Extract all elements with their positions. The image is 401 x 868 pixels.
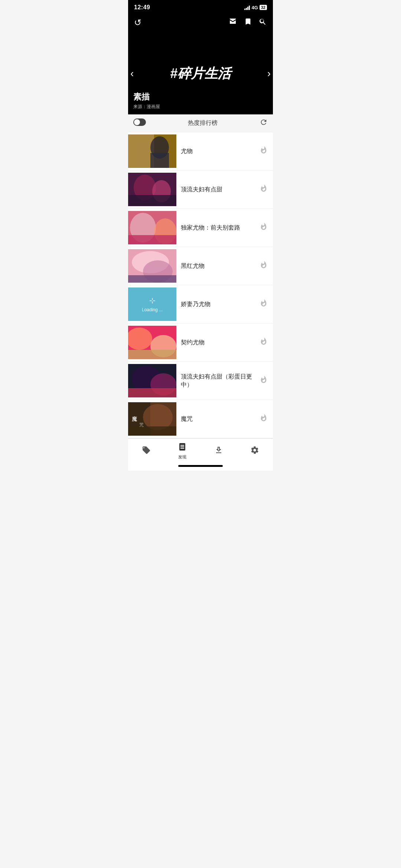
bottom-nav: 发现 [128, 438, 273, 462]
svg-rect-9 [128, 195, 176, 206]
manga-title: 顶流夫妇有点甜 [176, 185, 260, 194]
list-item[interactable]: 尤物 [128, 132, 273, 170]
nav-item-discover[interactable]: 发现 [164, 442, 201, 460]
list-item[interactable]: 魔 咒 魔咒 [128, 400, 273, 438]
settings-icon [250, 446, 259, 457]
battery-badge: 32 [260, 5, 267, 10]
manga-title: 独家尤物：前夫别套路 [176, 224, 260, 232]
nav-item-settings[interactable] [237, 446, 273, 457]
download-icon [214, 446, 223, 457]
fire-icon [260, 376, 269, 386]
loading-text: Loading ... [142, 307, 163, 312]
svg-point-1 [134, 119, 140, 125]
manga-thumbnail: 魔 咒 [128, 402, 176, 436]
search-icon[interactable] [259, 17, 267, 28]
home-indicator [128, 462, 273, 471]
fire-icon [260, 222, 269, 233]
fire-icon [260, 184, 269, 195]
toggle-icon[interactable] [133, 118, 146, 128]
manga-title: 契约尤物 [176, 338, 260, 347]
manga-thumbnail: ⊹ Loading ... [128, 287, 176, 321]
manga-thumbnail [128, 173, 176, 206]
refresh-button[interactable]: ↺ [134, 17, 141, 28]
hashtag-overlay: #碎片生活 [170, 65, 231, 83]
manga-title: 尤物 [176, 147, 260, 155]
hero-source: 来源：漫画屋 [133, 104, 160, 110]
manga-thumbnail [128, 211, 176, 244]
home-indicator-bar [178, 465, 223, 467]
manga-title: 魔咒 [176, 415, 260, 423]
list-item[interactable]: 独家尤物：前夫别套路 [128, 209, 273, 247]
book-icon [178, 442, 187, 453]
store-icon[interactable] [228, 17, 237, 28]
manga-thumbnail [128, 364, 176, 397]
manga-list: 尤物 顶流夫妇有点甜 独家尤物：前夫别套路 [128, 132, 273, 438]
list-item[interactable]: 契约尤物 [128, 324, 273, 362]
discover-label: 发现 [178, 454, 186, 460]
hero-banner: ‹ #碎片生活 素描 来源：漫画屋 › [128, 33, 273, 114]
bookmark-icon[interactable] [244, 17, 252, 28]
manga-thumbnail [128, 249, 176, 283]
manga-title: 娇妻乃尤物 [176, 300, 260, 308]
manga-thumbnail [128, 326, 176, 359]
hero-manga-title: 素描 [133, 91, 160, 103]
svg-text:咒: 咒 [139, 422, 144, 428]
prev-arrow[interactable]: ‹ [130, 68, 134, 79]
status-right: 4G 32 [244, 5, 267, 10]
fire-icon [260, 299, 269, 309]
top-nav: ↺ [128, 13, 273, 33]
svg-rect-13 [128, 235, 176, 244]
svg-text:魔: 魔 [131, 416, 137, 422]
rankings-title: 热度排行榜 [188, 119, 218, 127]
rankings-refresh-icon[interactable] [260, 118, 268, 128]
next-arrow[interactable]: › [267, 68, 271, 79]
nav-item-download[interactable] [200, 446, 237, 457]
rankings-header: 热度排行榜 [128, 114, 273, 132]
fire-icon [260, 146, 269, 156]
manga-thumbnail [128, 134, 176, 168]
network-label: 4G [251, 5, 258, 10]
list-item[interactable]: 顶流夫妇有点甜（彩蛋日更中） [128, 362, 273, 400]
list-item[interactable]: ⊹ Loading ... 娇妻乃尤物 [128, 285, 273, 324]
manga-title: 黑红尤物 [176, 262, 260, 270]
status-bar: 12:49 4G 32 [128, 0, 273, 13]
status-time: 12:49 [134, 4, 150, 11]
fire-icon [260, 337, 269, 348]
svg-rect-3 [128, 134, 154, 168]
nav-icons-right [228, 17, 267, 28]
svg-point-28 [143, 404, 173, 430]
signal-icon [244, 5, 250, 10]
nav-item-tag[interactable] [128, 446, 164, 457]
svg-rect-29 [128, 426, 176, 436]
svg-rect-17 [128, 275, 176, 283]
fire-icon [260, 261, 269, 271]
fire-icon [260, 414, 269, 424]
list-item[interactable]: 黑红尤物 [128, 247, 273, 285]
svg-rect-25 [128, 388, 176, 397]
hero-title: 素描 来源：漫画屋 [133, 91, 160, 110]
manga-title: 顶流夫妇有点甜（彩蛋日更中） [176, 373, 260, 389]
svg-rect-21 [128, 350, 176, 359]
list-item[interactable]: 顶流夫妇有点甜 [128, 170, 273, 209]
svg-rect-5 [150, 153, 169, 168]
loading-indicator: ⊹ [149, 296, 156, 305]
tag-icon [142, 446, 151, 457]
